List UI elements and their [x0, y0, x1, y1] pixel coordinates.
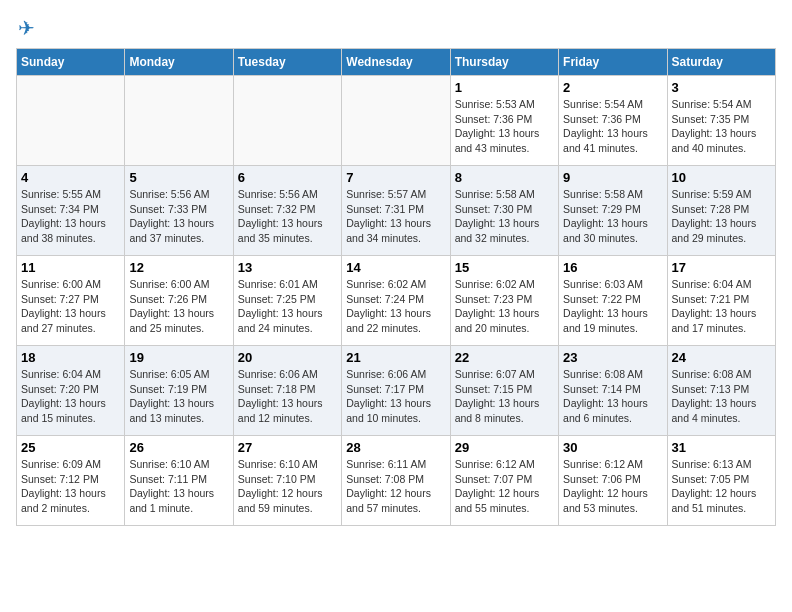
- calendar-day-cell: 19Sunrise: 6:05 AM Sunset: 7:19 PM Dayli…: [125, 346, 233, 436]
- day-number: 8: [455, 170, 554, 185]
- day-number: 7: [346, 170, 445, 185]
- calendar-day-cell: 6Sunrise: 5:56 AM Sunset: 7:32 PM Daylig…: [233, 166, 341, 256]
- day-info: Sunrise: 6:12 AM Sunset: 7:06 PM Dayligh…: [563, 457, 662, 516]
- calendar-day-cell: [125, 76, 233, 166]
- day-number: 27: [238, 440, 337, 455]
- calendar-day-cell: [233, 76, 341, 166]
- weekday-header-saturday: Saturday: [667, 49, 775, 76]
- day-number: 25: [21, 440, 120, 455]
- logo-bird-icon: ✈: [18, 16, 35, 40]
- calendar-week-row: 25Sunrise: 6:09 AM Sunset: 7:12 PM Dayli…: [17, 436, 776, 526]
- calendar-week-row: 18Sunrise: 6:04 AM Sunset: 7:20 PM Dayli…: [17, 346, 776, 436]
- calendar-day-cell: 28Sunrise: 6:11 AM Sunset: 7:08 PM Dayli…: [342, 436, 450, 526]
- day-number: 17: [672, 260, 771, 275]
- weekday-header-sunday: Sunday: [17, 49, 125, 76]
- day-info: Sunrise: 6:13 AM Sunset: 7:05 PM Dayligh…: [672, 457, 771, 516]
- day-number: 26: [129, 440, 228, 455]
- weekday-header-thursday: Thursday: [450, 49, 558, 76]
- weekday-header-friday: Friday: [559, 49, 667, 76]
- day-info: Sunrise: 6:05 AM Sunset: 7:19 PM Dayligh…: [129, 367, 228, 426]
- day-info: Sunrise: 6:00 AM Sunset: 7:26 PM Dayligh…: [129, 277, 228, 336]
- calendar-day-cell: 23Sunrise: 6:08 AM Sunset: 7:14 PM Dayli…: [559, 346, 667, 436]
- calendar-day-cell: 14Sunrise: 6:02 AM Sunset: 7:24 PM Dayli…: [342, 256, 450, 346]
- day-info: Sunrise: 6:08 AM Sunset: 7:14 PM Dayligh…: [563, 367, 662, 426]
- day-info: Sunrise: 6:09 AM Sunset: 7:12 PM Dayligh…: [21, 457, 120, 516]
- day-number: 19: [129, 350, 228, 365]
- day-info: Sunrise: 5:59 AM Sunset: 7:28 PM Dayligh…: [672, 187, 771, 246]
- day-number: 3: [672, 80, 771, 95]
- calendar-day-cell: 13Sunrise: 6:01 AM Sunset: 7:25 PM Dayli…: [233, 256, 341, 346]
- day-info: Sunrise: 5:58 AM Sunset: 7:29 PM Dayligh…: [563, 187, 662, 246]
- calendar-day-cell: 31Sunrise: 6:13 AM Sunset: 7:05 PM Dayli…: [667, 436, 775, 526]
- calendar-header-row: SundayMondayTuesdayWednesdayThursdayFrid…: [17, 49, 776, 76]
- day-number: 14: [346, 260, 445, 275]
- day-number: 23: [563, 350, 662, 365]
- day-info: Sunrise: 5:58 AM Sunset: 7:30 PM Dayligh…: [455, 187, 554, 246]
- day-info: Sunrise: 6:01 AM Sunset: 7:25 PM Dayligh…: [238, 277, 337, 336]
- day-info: Sunrise: 6:02 AM Sunset: 7:23 PM Dayligh…: [455, 277, 554, 336]
- day-number: 28: [346, 440, 445, 455]
- day-number: 1: [455, 80, 554, 95]
- day-info: Sunrise: 6:06 AM Sunset: 7:17 PM Dayligh…: [346, 367, 445, 426]
- calendar-day-cell: 26Sunrise: 6:10 AM Sunset: 7:11 PM Dayli…: [125, 436, 233, 526]
- day-number: 15: [455, 260, 554, 275]
- calendar-day-cell: 8Sunrise: 5:58 AM Sunset: 7:30 PM Daylig…: [450, 166, 558, 256]
- calendar-day-cell: 22Sunrise: 6:07 AM Sunset: 7:15 PM Dayli…: [450, 346, 558, 436]
- day-info: Sunrise: 6:00 AM Sunset: 7:27 PM Dayligh…: [21, 277, 120, 336]
- calendar-day-cell: 2Sunrise: 5:54 AM Sunset: 7:36 PM Daylig…: [559, 76, 667, 166]
- day-info: Sunrise: 6:10 AM Sunset: 7:10 PM Dayligh…: [238, 457, 337, 516]
- day-number: 24: [672, 350, 771, 365]
- calendar-week-row: 1Sunrise: 5:53 AM Sunset: 7:36 PM Daylig…: [17, 76, 776, 166]
- day-number: 2: [563, 80, 662, 95]
- calendar-day-cell: [342, 76, 450, 166]
- day-number: 16: [563, 260, 662, 275]
- calendar-table: SundayMondayTuesdayWednesdayThursdayFrid…: [16, 48, 776, 526]
- day-info: Sunrise: 5:55 AM Sunset: 7:34 PM Dayligh…: [21, 187, 120, 246]
- calendar-day-cell: 16Sunrise: 6:03 AM Sunset: 7:22 PM Dayli…: [559, 256, 667, 346]
- calendar-day-cell: 20Sunrise: 6:06 AM Sunset: 7:18 PM Dayli…: [233, 346, 341, 436]
- calendar-day-cell: 5Sunrise: 5:56 AM Sunset: 7:33 PM Daylig…: [125, 166, 233, 256]
- calendar-day-cell: 30Sunrise: 6:12 AM Sunset: 7:06 PM Dayli…: [559, 436, 667, 526]
- calendar-day-cell: 24Sunrise: 6:08 AM Sunset: 7:13 PM Dayli…: [667, 346, 775, 436]
- day-info: Sunrise: 6:03 AM Sunset: 7:22 PM Dayligh…: [563, 277, 662, 336]
- day-number: 22: [455, 350, 554, 365]
- calendar-week-row: 4Sunrise: 5:55 AM Sunset: 7:34 PM Daylig…: [17, 166, 776, 256]
- calendar-day-cell: 9Sunrise: 5:58 AM Sunset: 7:29 PM Daylig…: [559, 166, 667, 256]
- day-number: 11: [21, 260, 120, 275]
- day-number: 29: [455, 440, 554, 455]
- day-info: Sunrise: 6:10 AM Sunset: 7:11 PM Dayligh…: [129, 457, 228, 516]
- day-number: 5: [129, 170, 228, 185]
- day-info: Sunrise: 6:12 AM Sunset: 7:07 PM Dayligh…: [455, 457, 554, 516]
- calendar-week-row: 11Sunrise: 6:00 AM Sunset: 7:27 PM Dayli…: [17, 256, 776, 346]
- weekday-header-tuesday: Tuesday: [233, 49, 341, 76]
- day-info: Sunrise: 5:53 AM Sunset: 7:36 PM Dayligh…: [455, 97, 554, 156]
- calendar-day-cell: 3Sunrise: 5:54 AM Sunset: 7:35 PM Daylig…: [667, 76, 775, 166]
- day-info: Sunrise: 5:56 AM Sunset: 7:33 PM Dayligh…: [129, 187, 228, 246]
- day-number: 4: [21, 170, 120, 185]
- logo: ✈: [16, 16, 35, 36]
- weekday-header-monday: Monday: [125, 49, 233, 76]
- calendar-day-cell: 18Sunrise: 6:04 AM Sunset: 7:20 PM Dayli…: [17, 346, 125, 436]
- day-number: 13: [238, 260, 337, 275]
- calendar-day-cell: 25Sunrise: 6:09 AM Sunset: 7:12 PM Dayli…: [17, 436, 125, 526]
- calendar-day-cell: [17, 76, 125, 166]
- day-number: 10: [672, 170, 771, 185]
- calendar-day-cell: 15Sunrise: 6:02 AM Sunset: 7:23 PM Dayli…: [450, 256, 558, 346]
- calendar-day-cell: 4Sunrise: 5:55 AM Sunset: 7:34 PM Daylig…: [17, 166, 125, 256]
- day-info: Sunrise: 6:04 AM Sunset: 7:21 PM Dayligh…: [672, 277, 771, 336]
- day-number: 12: [129, 260, 228, 275]
- calendar-day-cell: 17Sunrise: 6:04 AM Sunset: 7:21 PM Dayli…: [667, 256, 775, 346]
- weekday-header-wednesday: Wednesday: [342, 49, 450, 76]
- day-number: 6: [238, 170, 337, 185]
- day-info: Sunrise: 6:06 AM Sunset: 7:18 PM Dayligh…: [238, 367, 337, 426]
- day-info: Sunrise: 5:54 AM Sunset: 7:35 PM Dayligh…: [672, 97, 771, 156]
- day-info: Sunrise: 6:11 AM Sunset: 7:08 PM Dayligh…: [346, 457, 445, 516]
- calendar-day-cell: 27Sunrise: 6:10 AM Sunset: 7:10 PM Dayli…: [233, 436, 341, 526]
- calendar-day-cell: 21Sunrise: 6:06 AM Sunset: 7:17 PM Dayli…: [342, 346, 450, 436]
- day-info: Sunrise: 5:57 AM Sunset: 7:31 PM Dayligh…: [346, 187, 445, 246]
- day-info: Sunrise: 5:56 AM Sunset: 7:32 PM Dayligh…: [238, 187, 337, 246]
- day-number: 18: [21, 350, 120, 365]
- day-info: Sunrise: 6:07 AM Sunset: 7:15 PM Dayligh…: [455, 367, 554, 426]
- calendar-day-cell: 7Sunrise: 5:57 AM Sunset: 7:31 PM Daylig…: [342, 166, 450, 256]
- calendar-day-cell: 11Sunrise: 6:00 AM Sunset: 7:27 PM Dayli…: [17, 256, 125, 346]
